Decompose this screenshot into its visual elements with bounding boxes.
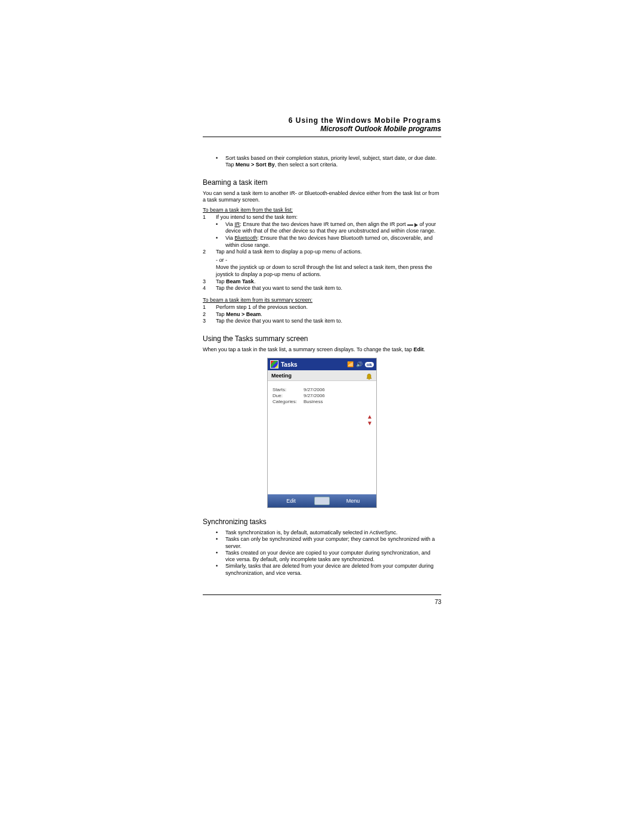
device-screenshot: Tasks 📶 🔊 ok Meeting Starts: 9/27/2006 D… [267,358,377,508]
row-categories: Categories: Business [273,399,371,404]
sort-bullet-text: Sort tasks based on their completion sta… [225,155,441,169]
text: , then select a sort criteria. [275,162,338,168]
bullet-dot: • [216,221,225,235]
heading-synchronizing: Synchronizing tasks [203,518,441,526]
step-text: Perform step 1 of the previous section. [216,304,441,311]
step-num: 1 [203,304,216,311]
step-2: 2 Tap and hold a task item to display a … [203,249,441,256]
svg-rect-0 [407,224,413,225]
step-num: 2 [203,249,216,256]
bullet-text: Tasks can only be synchronized with your… [225,536,441,550]
header-rule [203,137,441,137]
text: Tap [216,278,226,284]
bullet-dot: • [216,529,225,536]
step-text: Tap the device that you want to send the… [216,318,441,325]
svg-point-1 [369,379,370,380]
speaker-icon: 🔊 [356,361,363,367]
device-menu-button: Menu [330,496,376,506]
label-starts: Starts: [273,387,304,392]
value-starts: 9/27/2006 [304,387,325,392]
step-text: Tap Beam Task. [216,278,441,286]
text: . [254,278,256,284]
step-text: If you intend to send the task item: [216,214,441,221]
step-text: Tap Menu > Beam. [216,311,441,318]
sync-bullet-3: • Tasks created on your device are copie… [203,550,441,563]
text-bold: Edit [414,346,424,352]
windows-flag-icon [270,360,278,368]
device-titlebar: Tasks 📶 🔊 ok [268,358,376,370]
heading-beaming: Beaming a task item [203,178,441,187]
step-3: 3 Tap Beam Task. [203,278,441,286]
proc2-step-2: 2 Tap Menu > Beam. [203,311,441,318]
summary-intro: When you tap a task in the task list, a … [203,346,441,353]
label-categories: Categories: [273,399,304,404]
device-status-icons: 📶 🔊 ok [347,361,374,367]
step-text: Via IR: Ensure that the two devices have… [225,221,441,235]
step-text: Tap the device that you want to send the… [216,285,441,292]
sync-bullet-2: • Tasks can only be synchronized with yo… [203,536,441,550]
beaming-intro: You can send a task item to another IR- … [203,190,441,204]
step-num: 2 [203,311,216,318]
text-bold: Menu > Sort By [236,162,275,168]
bullet-dot: • [216,563,225,577]
value-due: 9/27/2006 [304,393,325,398]
bullet-dot: • [216,536,225,550]
page-header: 6 Using the Windows Mobile Programs Micr… [203,116,441,133]
step-text: Via Bluetooth: Ensure that the two devic… [225,235,441,249]
step-text: Tap and hold a task item to display a po… [216,249,441,256]
page-number: 73 [203,599,441,605]
proc2-title: To beam a task item from its summary scr… [203,297,441,303]
chapter-title: 6 Using the Windows Mobile Programs [203,116,441,125]
text: When you tap a task in the task list, a … [203,346,414,352]
step-4: 4 Tap the device that you want to send t… [203,285,441,292]
document-page: 6 Using the Windows Mobile Programs Micr… [203,116,441,605]
step-num-empty [203,264,216,278]
text: Tap [216,311,226,317]
task-title: Meeting [271,373,292,379]
step-1b: • Via Bluetooth: Ensure that the two dev… [203,235,441,249]
sort-bullet: • Sort tasks based on their completion s… [203,155,441,169]
device-subbar: Meeting [268,370,376,381]
proc1-title: To beam a task item from the task list: [203,207,441,213]
text-bold: Beam Task [226,278,254,284]
text: Via [225,221,234,227]
text: : Ensure that the two devices have Bluet… [225,235,433,248]
step-num: 4 [203,285,216,292]
row-due: Due: 9/27/2006 [273,393,371,398]
text-underline: Bluetooth [234,235,257,241]
device-edit-button: Edit [268,496,314,506]
bullet-dot: • [216,155,225,169]
text: Via [225,235,234,241]
heading-summary-screen: Using the Tasks summary screen [203,335,441,343]
footer-rule [203,594,441,595]
device-app-title: Tasks [281,361,347,368]
proc2-step-3: 3 Tap the device that you want to send t… [203,318,441,325]
step-1a: • Via IR: Ensure that the two devices ha… [203,221,441,235]
sync-bullet-1: • Task synchronization is, by default, a… [203,529,441,536]
reminder-bell-icon [366,372,373,379]
sync-bullet-4: • Similarly, tasks that are deleted from… [203,563,441,577]
or-separator: - or - [203,257,441,263]
step-num: 3 [203,278,216,286]
text-bold: Menu > Beam [226,311,261,317]
chapter-subtitle: Microsoft Outlook Mobile programs [203,125,441,133]
value-categories: Business [304,399,323,404]
step-num: 3 [203,318,216,325]
step-num: 1 [203,214,216,221]
row-starts: Starts: 9/27/2006 [273,387,371,392]
device-footer: Edit Menu [268,494,376,507]
label-due: Due: [273,393,304,398]
bullet-text: Tasks created on your device are copied … [225,550,441,563]
device-body: Starts: 9/27/2006 Due: 9/27/2006 Categor… [268,381,376,494]
text: : Ensure that the two devices have IR tu… [240,221,407,227]
bullet-text: Similarly, tasks that are deleted from y… [225,563,441,577]
text-underline: IR [234,221,240,227]
expand-marker-icon: ▲▼ [367,413,373,426]
bullet-text: Task synchronization is, by default, aut… [225,529,441,536]
step-1: 1 If you intend to send the task item: [203,214,441,221]
signal-icon: 📶 [347,361,354,367]
text: . [424,346,426,352]
bullet-dot: • [216,550,225,563]
proc2-step-1: 1 Perform step 1 of the previous section… [203,304,441,311]
text: . [261,311,262,317]
